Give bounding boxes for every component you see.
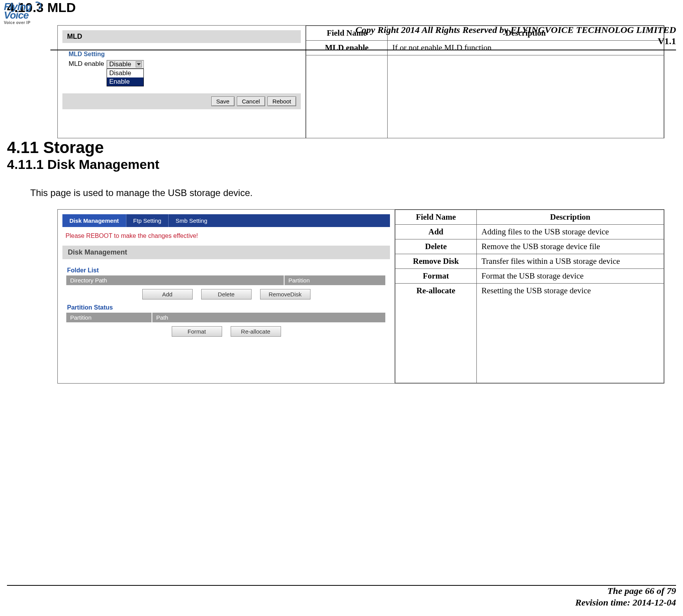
reboot-button[interactable]: Reboot xyxy=(267,96,296,106)
disk-desc-format: Format the USB storage device xyxy=(477,269,664,284)
mld-screenshot: MLD MLD Setting MLD enable Disable Disab… xyxy=(57,25,305,138)
disk-tabs: Disk Management Ftp Setting Smb Setting xyxy=(62,214,390,227)
logo-tagline: Voice over IP xyxy=(4,21,41,25)
disk-th-field: Field Name xyxy=(395,210,477,225)
page-number: The page 66 of 79 xyxy=(575,585,676,597)
chevron-down-icon xyxy=(136,61,142,67)
disk-desc-realloc: Resetting the USB storage device xyxy=(477,284,664,383)
partition-status-title: Partition Status xyxy=(67,304,386,311)
add-button[interactable]: Add xyxy=(142,289,193,299)
save-button[interactable]: Save xyxy=(211,96,235,106)
delete-button[interactable]: Delete xyxy=(201,289,252,299)
disk-desc-table: Field Name Description AddAdding files t… xyxy=(395,209,664,384)
heading-4-11: 4.11 Storage xyxy=(7,138,676,157)
remove-disk-button[interactable]: RemoveDisk xyxy=(260,289,310,299)
cancel-button[interactable]: Cancel xyxy=(237,96,265,106)
mld-setting-title: MLD Setting xyxy=(69,51,301,58)
wifi-arc-icon xyxy=(31,0,42,11)
mld-enable-select[interactable]: Disable xyxy=(107,60,144,69)
disk-field-add: Add xyxy=(395,225,477,239)
brand-logo: Flying Voice Voice over IP xyxy=(4,2,41,25)
folder-list-title: Folder List xyxy=(67,267,386,274)
disk-field-delete: Delete xyxy=(395,239,477,254)
disk-desc-add: Adding files to the USB storage device xyxy=(477,225,664,239)
reboot-warning: Please REBOOT to make the changes effect… xyxy=(62,227,390,246)
mld-enable-label: MLD enable xyxy=(69,60,104,68)
disk-field-realloc: Re-allocate xyxy=(395,284,477,383)
col-partition-2: Partition xyxy=(66,313,152,322)
disk-th-desc: Description xyxy=(477,210,664,225)
reallocate-button[interactable]: Re-allocate xyxy=(231,326,281,337)
disk-screenshot: Disk Management Ftp Setting Smb Setting … xyxy=(57,209,395,384)
disk-desc-remove: Transfer files within a USB storage devi… xyxy=(477,254,664,269)
header-rule xyxy=(50,50,676,50)
mld-option-enable[interactable]: Enable xyxy=(107,77,143,86)
disk-field-remove: Remove Disk xyxy=(395,254,477,269)
col-directory-path: Directory Path xyxy=(66,275,284,285)
revision-time: Revision time: 2014-12-04 xyxy=(575,597,676,608)
mld-enable-value: Disable xyxy=(109,60,131,68)
disk-field-format: Format xyxy=(395,269,477,284)
disk-panel-title: Disk Management xyxy=(62,246,390,259)
tab-ftp-setting[interactable]: Ftp Setting xyxy=(126,214,169,227)
footer: The page 66 of 79 Revision time: 2014-12… xyxy=(575,585,676,608)
header-right: Copy Right 2014 All Rights Reserved by F… xyxy=(355,25,676,46)
tab-disk-management[interactable]: Disk Management xyxy=(62,214,126,227)
heading-4-11-1: 4.11.1 Disk Management xyxy=(7,157,676,172)
disk-desc-delete: Remove the USB storage device file xyxy=(477,239,664,254)
mld-title-bar: MLD xyxy=(62,30,301,43)
version-text: V1.1 xyxy=(355,36,676,46)
copyright-text: Copy Right 2014 All Rights Reserved by F… xyxy=(355,25,676,35)
tab-smb-setting[interactable]: Smb Setting xyxy=(168,214,214,227)
disk-intro-text: This page is used to manage the USB stor… xyxy=(30,188,676,198)
mld-option-disable[interactable]: Disable xyxy=(107,69,143,77)
col-partition: Partition xyxy=(285,275,385,285)
format-button[interactable]: Format xyxy=(172,326,222,337)
mld-enable-dropdown: Disable Enable xyxy=(107,69,144,86)
col-path: Path xyxy=(152,313,385,322)
heading-4-10-3: 4.10.3 MLD xyxy=(7,0,676,15)
